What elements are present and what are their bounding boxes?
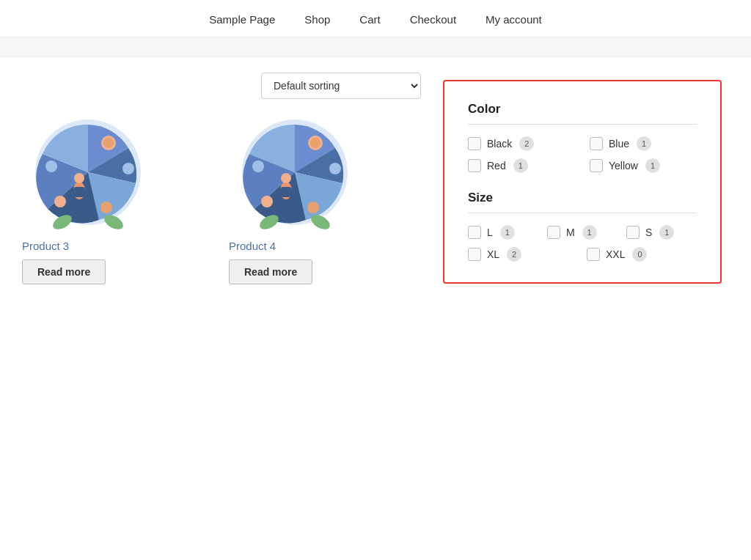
sort-select[interactable]: Default sorting Sort by popularity Sort … xyxy=(261,73,421,99)
size-filter-section: Size L 1 M 1 S xyxy=(468,191,697,262)
product-card: Product 3 Read more xyxy=(22,114,214,284)
product-name-3[interactable]: Product 3 xyxy=(22,240,69,252)
checkbox-blue[interactable] xyxy=(590,137,603,150)
nav-shop[interactable]: Shop xyxy=(304,13,330,26)
color-label-red: Red xyxy=(487,160,506,172)
svg-point-17 xyxy=(310,138,320,148)
read-more-button-3[interactable]: Read more xyxy=(22,259,106,284)
color-count-yellow: 1 xyxy=(645,158,660,173)
nav-my-account[interactable]: My account xyxy=(486,13,542,26)
size-filter-title: Size xyxy=(468,191,697,205)
svg-point-18 xyxy=(329,163,341,174)
svg-point-20 xyxy=(261,196,273,207)
nav-cart[interactable]: Cart xyxy=(359,13,380,26)
color-option-red[interactable]: Red 1 xyxy=(468,158,575,173)
svg-point-7 xyxy=(100,202,112,213)
svg-point-8 xyxy=(54,196,66,207)
color-count-red: 1 xyxy=(513,158,528,173)
svg-point-6 xyxy=(122,163,134,174)
size-options-bottom: XL 2 XXL 0 xyxy=(468,247,697,262)
checkbox-l[interactable] xyxy=(468,226,481,239)
product-image xyxy=(22,114,154,231)
header: Sample Page Shop Cart Checkout My accoun… xyxy=(0,0,751,36)
size-label-m: M xyxy=(566,226,575,238)
main-content: Default sorting Sort by popularity Sort … xyxy=(0,58,751,299)
checkbox-xl[interactable] xyxy=(468,248,481,261)
product-image xyxy=(229,114,361,231)
checkbox-red[interactable] xyxy=(468,159,481,172)
size-option-xxl[interactable]: XXL 0 xyxy=(587,247,697,262)
checkbox-black[interactable] xyxy=(468,137,481,150)
svg-point-2 xyxy=(74,173,84,183)
size-option-s[interactable]: S 1 xyxy=(626,225,697,240)
filter-box: Color Black 2 Blue 1 Red xyxy=(443,80,722,284)
color-count-black: 2 xyxy=(519,136,534,151)
size-divider xyxy=(468,213,697,213)
size-label-s: S xyxy=(645,226,652,238)
sort-bar: Default sorting Sort by popularity Sort … xyxy=(125,73,421,99)
size-option-xl[interactable]: XL 2 xyxy=(468,247,578,262)
size-count-s: 1 xyxy=(659,225,674,240)
svg-point-19 xyxy=(307,202,319,213)
filter-panel: Color Black 2 Blue 1 Red xyxy=(436,73,729,284)
checkbox-m[interactable] xyxy=(547,226,560,239)
sub-bar xyxy=(0,36,751,58)
product-name-4[interactable]: Product 4 xyxy=(229,240,276,252)
svg-point-21 xyxy=(252,161,264,172)
read-more-button-4[interactable]: Read more xyxy=(229,259,312,284)
checkbox-yellow[interactable] xyxy=(590,159,603,172)
size-count-xxl: 0 xyxy=(632,247,647,262)
color-label-blue: Blue xyxy=(609,138,629,150)
size-label-xl: XL xyxy=(487,248,499,260)
color-options: Black 2 Blue 1 Red 1 Yello xyxy=(468,136,697,173)
size-label-xxl: XXL xyxy=(606,248,625,260)
size-count-m: 1 xyxy=(582,225,597,240)
svg-point-14 xyxy=(281,173,291,183)
svg-rect-3 xyxy=(73,187,85,197)
size-option-m[interactable]: M 1 xyxy=(547,225,618,240)
color-count-blue: 1 xyxy=(637,136,651,151)
checkbox-xxl[interactable] xyxy=(587,248,600,261)
size-options-top: L 1 M 1 S 1 xyxy=(468,225,697,240)
color-option-yellow[interactable]: Yellow 1 xyxy=(590,158,697,173)
svg-rect-15 xyxy=(280,187,292,197)
color-filter-title: Color xyxy=(468,102,697,117)
color-label-black: Black xyxy=(487,138,512,150)
color-option-blue[interactable]: Blue 1 xyxy=(590,136,697,151)
size-count-xl: 2 xyxy=(507,247,521,262)
product-grid: Product 3 Read more xyxy=(22,114,421,284)
svg-point-5 xyxy=(103,138,114,148)
shop-area: Default sorting Sort by popularity Sort … xyxy=(22,73,421,284)
size-count-l: 1 xyxy=(500,225,515,240)
checkbox-s[interactable] xyxy=(626,226,640,239)
size-label-l: L xyxy=(487,226,493,238)
nav-sample-page[interactable]: Sample Page xyxy=(209,13,275,26)
main-nav: Sample Page Shop Cart Checkout My accoun… xyxy=(209,13,542,26)
color-divider xyxy=(468,124,697,125)
product-card: Product 4 Read more xyxy=(229,114,421,284)
svg-point-9 xyxy=(45,161,57,172)
color-option-black[interactable]: Black 2 xyxy=(468,136,575,151)
color-label-yellow: Yellow xyxy=(609,160,638,172)
size-option-l[interactable]: L 1 xyxy=(468,225,538,240)
nav-checkout[interactable]: Checkout xyxy=(410,13,456,26)
